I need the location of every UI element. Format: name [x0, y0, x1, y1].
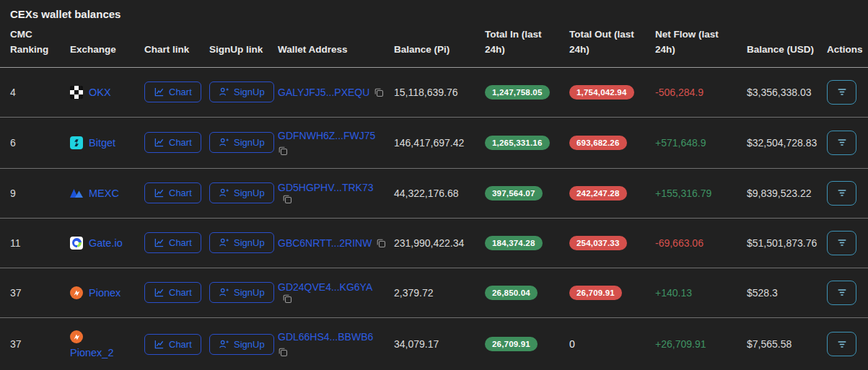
wallet-address-cell: GD24QVE4...KG6YA: [278, 281, 372, 304]
balance-usd-value: $3,356,338.03: [747, 67, 827, 117]
copy-address-button[interactable]: [278, 146, 288, 156]
total-in-badge: 1,247,758.05: [485, 85, 550, 100]
cmc-ranking-value: 4: [0, 67, 70, 117]
exchange-cell: Bitget: [70, 136, 137, 149]
chart-button[interactable]: Chart: [144, 132, 201, 153]
copy-icon: [374, 87, 384, 97]
row-actions-button[interactable]: [827, 281, 856, 305]
wallet-address-link[interactable]: GALYJFJ5...PXEQU: [278, 87, 369, 98]
table-row: 37 Pionex_2 Chart SignUp GDL66HS4...BBWB…: [0, 317, 868, 370]
chart-button[interactable]: Chart: [144, 182, 201, 203]
signup-button[interactable]: SignUp: [209, 82, 274, 102]
header-row: CMC Ranking Exchange Chart link SignUp l…: [0, 20, 868, 67]
person-plus-icon: [219, 137, 229, 148]
signup-button[interactable]: SignUp: [209, 132, 274, 153]
wallet-address-link[interactable]: GDFNWH6Z...FWJ75: [278, 130, 375, 141]
wallet-address-cell: GD5HGPHV...TRK73: [278, 182, 374, 205]
exchange-cell: Pionex_2: [70, 330, 137, 358]
net-flow-value: +571,648.9: [655, 137, 706, 149]
total-in-badge: 1,265,331.16: [485, 136, 550, 150]
wallet-address-link[interactable]: GD24QVE4...KG6YA: [278, 281, 372, 293]
exchange-link-mexc[interactable]: MEXC: [89, 188, 119, 199]
copy-address-button[interactable]: [374, 87, 384, 97]
balance-usd-value: $7,565.58: [747, 317, 827, 370]
okx-logo-icon: [70, 86, 83, 99]
exchange-link-pionex-2[interactable]: Pionex_2: [70, 347, 113, 358]
filter-icon: [837, 288, 847, 296]
wallet-address-link[interactable]: GD5HGPHV...TRK73: [278, 182, 374, 193]
total-out-badge: 693,682.26: [569, 136, 627, 150]
filter-icon: [837, 189, 847, 197]
signup-button[interactable]: SignUp: [209, 334, 274, 355]
balance-usd-value: $528.3: [747, 268, 827, 317]
chart-button[interactable]: Chart: [144, 282, 201, 303]
wallet-address-cell: GALYJFJ5...PXEQU: [278, 87, 384, 98]
line-chart-icon: [154, 287, 165, 298]
line-chart-icon: [154, 237, 165, 248]
net-flow-value: +26,709.91: [655, 338, 706, 350]
copy-address-button[interactable]: [282, 194, 292, 204]
column-header-exchange: Exchange: [70, 20, 144, 67]
column-header-wallet-address: Wallet Address: [278, 20, 394, 67]
exchange-link-gate[interactable]: Gate.io: [89, 237, 123, 249]
chart-button[interactable]: Chart: [144, 334, 201, 355]
person-plus-icon: [219, 188, 229, 198]
row-actions-button[interactable]: [827, 332, 856, 356]
row-actions-button[interactable]: [827, 231, 856, 255]
exchange-cell: MEXC: [70, 187, 137, 200]
cmc-ranking-value: 11: [0, 218, 70, 268]
cmc-ranking-value: 6: [0, 117, 70, 168]
row-actions-button[interactable]: [827, 181, 856, 206]
balance-pi-value: 34,079.17: [394, 317, 485, 370]
net-flow-value: +155,316.79: [655, 188, 711, 199]
table-row: 37 Pionex Chart SignUp GD24QVE4...KG6YA …: [0, 268, 868, 317]
signup-button[interactable]: SignUp: [209, 232, 274, 253]
gate-logo-icon: [70, 237, 83, 250]
signup-button[interactable]: SignUp: [209, 182, 274, 203]
table-row: 11 Gate.io Chart SignUp GBC6NRTT...2RINW…: [0, 218, 868, 268]
person-plus-icon: [219, 87, 229, 97]
exchange-cell: Pionex: [70, 286, 137, 299]
balance-pi-value: 146,417,697.42: [394, 117, 485, 168]
line-chart-icon: [154, 188, 165, 198]
column-header-total-in: Total In (last 24h): [485, 20, 569, 67]
exchange-link-okx[interactable]: OKX: [89, 87, 111, 98]
filter-icon: [837, 138, 847, 146]
copy-icon: [282, 194, 292, 204]
line-chart-icon: [154, 339, 165, 350]
exchange-link-bitget[interactable]: Bitget: [89, 137, 115, 149]
balance-pi-value: 44,322,176.68: [394, 168, 485, 218]
copy-address-button[interactable]: [278, 347, 288, 357]
copy-address-button[interactable]: [376, 238, 386, 248]
filter-icon: [837, 88, 847, 96]
mexc-logo-icon: [70, 187, 83, 200]
copy-address-button[interactable]: [282, 294, 292, 304]
pionex-logo-icon: [70, 330, 83, 343]
exchange-link-pionex[interactable]: Pionex: [89, 287, 120, 299]
column-header-actions: Actions: [827, 20, 868, 67]
table-header: CMC Ranking Exchange Chart link SignUp l…: [0, 20, 868, 67]
row-actions-button[interactable]: [827, 131, 856, 155]
chart-button[interactable]: Chart: [144, 82, 201, 102]
column-header-total-out: Total Out (last 24h): [569, 20, 655, 67]
signup-button[interactable]: SignUp: [209, 282, 274, 303]
chart-button[interactable]: Chart: [144, 232, 201, 253]
total-in-badge: 26,850.04: [485, 286, 538, 300]
table-row: 6 Bitget Chart SignUp GDFNWH6Z...FWJ75 1…: [0, 117, 868, 168]
column-header-balance-usd: Balance (USD): [747, 20, 827, 67]
wallet-address-link[interactable]: GDL66HS4...BBWB6: [278, 331, 373, 343]
total-in-badge: 184,374.28: [485, 236, 543, 250]
wallet-address-link[interactable]: GBC6NRTT...2RINW: [278, 237, 372, 249]
table-row: 9 MEXC Chart SignUp GD5HGPHV...TRK73 44,…: [0, 168, 868, 218]
cmc-ranking-value: 37: [0, 268, 70, 317]
copy-icon: [278, 146, 288, 156]
balance-usd-value: $9,839,523.22: [747, 168, 827, 218]
filter-icon: [837, 340, 847, 348]
row-actions-button[interactable]: [827, 80, 856, 105]
person-plus-icon: [219, 287, 229, 298]
balance-pi-value: 15,118,639.76: [394, 67, 485, 117]
column-header-net-flow: Net Flow (last 24h): [655, 20, 747, 67]
column-header-balance-pi: Balance (Pi): [394, 20, 485, 67]
pionex-logo-icon: [70, 286, 83, 299]
line-chart-icon: [154, 137, 165, 148]
